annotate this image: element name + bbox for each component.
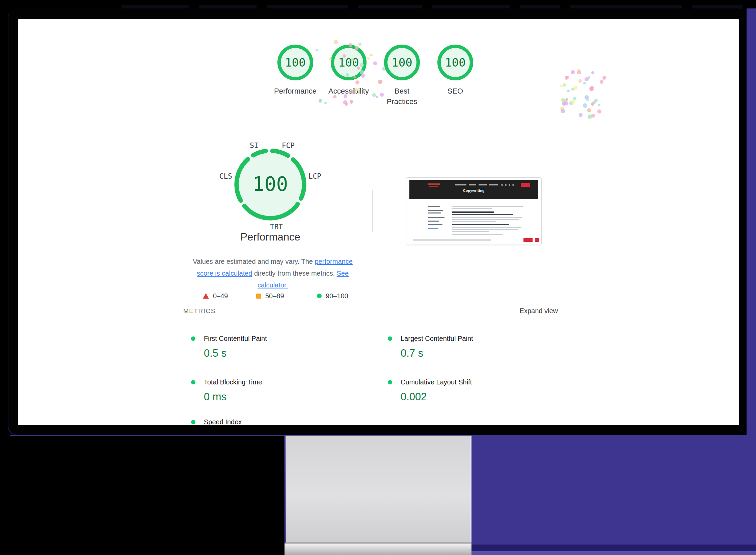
confetti-dot: [573, 97, 576, 100]
thumb-site-logo: [429, 186, 438, 187]
gauge-ring: 100: [437, 45, 473, 80]
score-gauge-accessibility[interactable]: 100 Accessibility: [331, 45, 367, 122]
metric-name: Total Blocking Time: [204, 378, 262, 386]
scene: 100 Performance 100 Accessibility 100 Be…: [0, 0, 756, 555]
thumb-site-logo: [428, 183, 440, 185]
metrics-divider: [183, 326, 370, 326]
confetti-dot: [571, 70, 575, 74]
confetti-dot: [585, 95, 589, 99]
metrics-divider: [183, 370, 370, 370]
metrics-divider: [380, 326, 566, 326]
confetti-dot: [588, 115, 592, 119]
thumb-heading-line: [452, 211, 494, 213]
metrics-heading: METRICS: [183, 307, 216, 315]
confetti-dot: [569, 101, 573, 105]
site-screenshot-thumbnail[interactable]: Copywriting: [406, 177, 542, 245]
thumb-cookie-text: [413, 239, 491, 241]
score-value: 100: [445, 56, 465, 69]
metric-label-lcp: LCP: [303, 172, 327, 180]
disclaimer-text: directly from these metrics.: [252, 270, 336, 277]
thumb-cookie-accept-button: [523, 238, 533, 242]
confetti-dot: [567, 90, 570, 92]
confetti-dot: [591, 71, 594, 74]
confetti-dot: [563, 83, 566, 86]
monitor-stand: [285, 435, 471, 555]
confetti-dot: [591, 114, 595, 117]
section-divider: [18, 119, 739, 119]
performance-gauge-title: Performance: [220, 231, 321, 243]
thumb-text-line: [452, 229, 518, 230]
score-gauge-seo[interactable]: 100 SEO: [437, 45, 473, 122]
vertical-divider: [372, 190, 373, 232]
confetti-dot: [573, 86, 577, 90]
thumb-site-header: Copywriting: [409, 180, 538, 199]
confetti-dot: [583, 103, 587, 108]
score-disclaimer: Values are estimated and may vary. The p…: [185, 256, 360, 291]
gauge-ring: 100: [384, 45, 420, 80]
red-triangle-icon: [203, 293, 209, 299]
pass-dot-icon: [191, 420, 195, 424]
thumb-header-icon: [509, 184, 510, 186]
metrics-divider: [380, 413, 566, 413]
confetti-dot: [571, 88, 574, 91]
confetti-dot: [564, 101, 568, 105]
score-value: 100: [285, 56, 305, 69]
confetti-dot: [590, 87, 594, 92]
metric-label-si: SI: [242, 142, 266, 150]
confetti-dot: [587, 108, 591, 112]
confetti-dot: [594, 99, 598, 102]
stand-left-edge: [285, 435, 286, 555]
stand-right-edge: [470, 435, 471, 555]
thumb-nav-item: [479, 184, 487, 185]
stand-base: [285, 543, 471, 555]
confetti-dot: [600, 80, 603, 84]
confetti-dot: [577, 70, 581, 74]
expand-view-button[interactable]: Expand view: [497, 307, 558, 315]
score-gauge-best-practices[interactable]: 100 Best Practices: [384, 45, 420, 122]
thumb-heading-line: [452, 214, 513, 215]
thumb-sidebar-link: [428, 228, 438, 229]
thumb-heading-line: [452, 224, 509, 225]
thumb-sidebar-link: [428, 206, 440, 207]
legend-label: 90–100: [326, 292, 348, 300]
thumb-header-icon: [505, 184, 507, 186]
confetti-dot: [566, 76, 569, 79]
pass-dot-icon: [191, 380, 195, 384]
metric-value: 0.002: [401, 391, 427, 403]
thumb-sidebar-link: [428, 221, 439, 222]
disclaimer-text: Values are estimated and may vary. The: [193, 258, 315, 265]
metric-label-cls: CLS: [214, 172, 238, 180]
confetti-dot: [588, 76, 590, 79]
confetti-dot: [577, 69, 580, 72]
green-circle-icon: [317, 294, 322, 298]
metric-label-tbt: TBT: [265, 223, 288, 231]
confetti-dot: [561, 109, 565, 113]
background-bottom: [471, 435, 756, 555]
thumb-text-line: [452, 234, 503, 235]
thumb-text-line: [452, 206, 523, 207]
confetti-dot: [593, 101, 596, 103]
thumb-cookie-close-button: [535, 238, 539, 242]
performance-score: 100: [250, 174, 291, 194]
floor-shadow-band: [471, 545, 756, 551]
legend-label: 50–89: [265, 292, 284, 300]
confetti-dot: [591, 102, 594, 106]
background-right-strip: [747, 8, 756, 435]
score-gauge-performance[interactable]: 100 Performance: [277, 45, 313, 122]
legend-label: 0–49: [213, 292, 228, 300]
confetti-dot: [324, 102, 327, 104]
thumb-nav-item: [489, 184, 498, 185]
confetti-dot: [561, 98, 565, 102]
confetti-dot: [367, 57, 370, 60]
metrics-divider: [183, 413, 370, 413]
metric-name: Speed Index: [204, 418, 242, 425]
confetti-dot: [578, 79, 582, 82]
thumb-sidebar-link: [428, 212, 441, 213]
legend-range-high: 90–100: [317, 291, 348, 301]
confetti-dot: [564, 99, 567, 102]
metric-value: 0.7 s: [401, 347, 423, 359]
confetti-dot: [560, 85, 563, 87]
thumb-cta-button: [521, 183, 530, 187]
pass-dot-icon: [191, 336, 195, 341]
thumb-header-icon: [501, 184, 503, 186]
